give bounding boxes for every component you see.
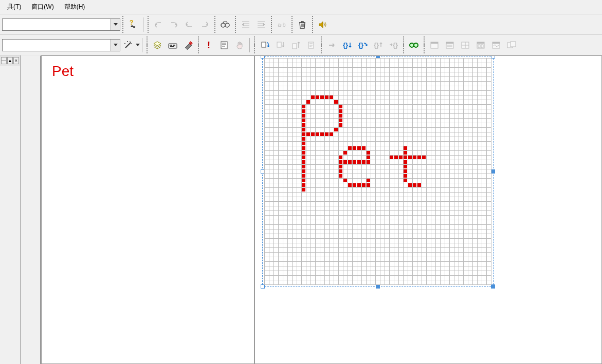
trace-into-button[interactable]: {}: [339, 37, 355, 53]
pixel[interactable]: [348, 183, 352, 187]
preview-pane[interactable]: Pet: [41, 55, 254, 364]
selection-handle-mr[interactable]: [491, 169, 495, 174]
menu-help[interactable]: 帮助(H): [59, 1, 90, 13]
pixel[interactable]: [302, 174, 305, 178]
pixel[interactable]: [404, 146, 407, 150]
pixel[interactable]: [408, 156, 412, 159]
pixel[interactable]: [311, 132, 315, 136]
pixel[interactable]: [302, 123, 305, 127]
keyboard-button[interactable]: [165, 37, 180, 53]
menu-tools[interactable]: 具(T): [2, 1, 26, 13]
step-over-button[interactable]: [272, 37, 288, 53]
pixel[interactable]: [330, 95, 333, 99]
pixel[interactable]: [339, 156, 342, 159]
continue-button[interactable]: [324, 37, 339, 53]
step-into-button[interactable]: [257, 37, 272, 53]
pixel[interactable]: [404, 156, 407, 159]
pixel[interactable]: [357, 160, 361, 164]
trace-over-button[interactable]: {}: [355, 37, 370, 53]
step-doc-button[interactable]: [303, 37, 319, 53]
pixel[interactable]: [302, 151, 305, 155]
pixel[interactable]: [413, 183, 416, 187]
pixel[interactable]: [348, 160, 352, 164]
pixel[interactable]: [302, 160, 305, 164]
pixel[interactable]: [320, 95, 324, 99]
window-5-button[interactable]: [488, 37, 504, 53]
pixel[interactable]: [404, 174, 407, 178]
pixel[interactable]: [362, 183, 366, 187]
breakpoint-button[interactable]: !: [201, 37, 216, 53]
indent-left-button[interactable]: [238, 17, 253, 32]
pixel[interactable]: [343, 151, 347, 155]
delete-tool-button[interactable]: [180, 37, 196, 53]
pixel[interactable]: [353, 146, 356, 150]
pixel[interactable]: [316, 95, 319, 99]
selection-handle-tr[interactable]: [491, 55, 495, 59]
pixel[interactable]: [404, 165, 407, 168]
pixel[interactable]: [302, 165, 305, 168]
pixel[interactable]: [404, 160, 407, 164]
pixel[interactable]: [348, 146, 352, 150]
pixel[interactable]: [302, 146, 305, 150]
pixel[interactable]: [362, 160, 366, 164]
panel-minimize-button[interactable]: —: [1, 57, 7, 64]
trace-out-button[interactable]: {}: [370, 37, 386, 53]
pixel[interactable]: [413, 156, 416, 159]
pixel[interactable]: [339, 114, 342, 118]
pixel[interactable]: [302, 128, 305, 131]
redo-button[interactable]: [166, 17, 181, 32]
pixel[interactable]: [367, 179, 370, 182]
replace-ab-button[interactable]: a·b: [274, 17, 289, 32]
pixel[interactable]: [394, 156, 398, 159]
pixel[interactable]: [362, 146, 366, 150]
binoculars-button[interactable]: [217, 17, 233, 32]
pixel[interactable]: [339, 160, 342, 164]
pixel[interactable]: [339, 123, 342, 127]
step-out-button[interactable]: [288, 37, 303, 53]
pixel[interactable]: [343, 179, 347, 182]
pixel[interactable]: [325, 132, 329, 136]
pixel[interactable]: [339, 109, 342, 113]
pixel[interactable]: [334, 100, 338, 104]
pixel[interactable]: [320, 132, 324, 136]
selection-handle-br[interactable]: [491, 284, 495, 289]
pixel-canvas[interactable]: [264, 58, 491, 285]
combo-1-dropdown-icon[interactable]: [111, 19, 120, 30]
window-3-button[interactable]: [458, 37, 473, 53]
pixel[interactable]: [330, 132, 333, 136]
pixel[interactable]: [302, 156, 305, 159]
pixel[interactable]: [404, 169, 407, 173]
pixel[interactable]: [302, 132, 305, 136]
notes-button[interactable]: [216, 37, 232, 53]
pixel[interactable]: [339, 119, 342, 122]
pixel[interactable]: [325, 95, 329, 99]
pixel[interactable]: [334, 128, 338, 131]
selection-handle-bm[interactable]: [376, 284, 380, 289]
redo-alt-button[interactable]: [197, 17, 212, 32]
pixel[interactable]: [302, 183, 305, 187]
pixel[interactable]: [302, 188, 305, 191]
undo-alt-button[interactable]: [181, 17, 197, 32]
pixel[interactable]: [339, 174, 342, 178]
pixel[interactable]: [339, 165, 342, 168]
pixel[interactable]: [417, 156, 421, 159]
pixel[interactable]: [417, 183, 421, 187]
pixel[interactable]: [339, 169, 342, 173]
pixel[interactable]: [408, 183, 412, 187]
pixel[interactable]: [404, 151, 407, 155]
pixel[interactable]: [399, 156, 403, 159]
wand-dropdown-icon[interactable]: [136, 44, 140, 46]
pixel[interactable]: [367, 151, 370, 155]
pixel[interactable]: [353, 160, 356, 164]
pixel[interactable]: [302, 137, 305, 141]
pixel[interactable]: [306, 132, 310, 136]
combo-2-dropdown-icon[interactable]: [111, 40, 120, 51]
pixel[interactable]: [367, 156, 370, 159]
pixel[interactable]: [357, 183, 361, 187]
pixel[interactable]: [306, 100, 310, 104]
watch-button[interactable]: [406, 37, 422, 53]
pixel[interactable]: [343, 160, 347, 164]
combo-1[interactable]: [2, 18, 120, 31]
magic-wand-button[interactable]: [120, 37, 136, 53]
menu-window[interactable]: 窗口(W): [26, 1, 59, 13]
